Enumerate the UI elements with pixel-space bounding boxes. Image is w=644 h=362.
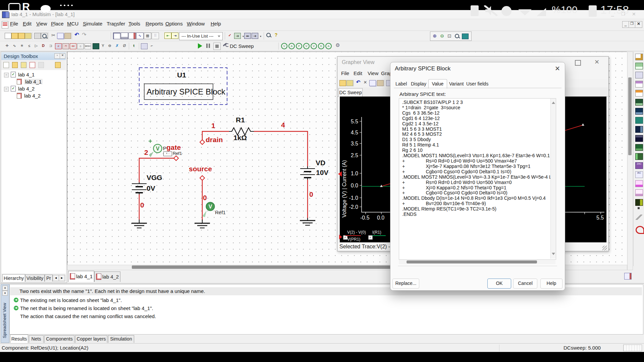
sheet-corner-icon[interactable] [624,273,632,280]
grapher-paste-icon[interactable] [377,80,384,86]
place-indicator-icon[interactable]: 88 [70,43,76,49]
menu-tools[interactable]: Tools [128,21,140,26]
iv-analyzer-icon[interactable] [635,144,643,151]
tabs-scroll-right[interactable]: ► [59,275,65,281]
dt-recent-icon[interactable] [55,62,61,68]
dialog-close[interactable]: ✕ [555,65,560,72]
fullscreen-icon[interactable] [462,34,469,39]
place-rf-icon[interactable]: Y [100,43,106,48]
hierarchy-new-icon[interactable]: ⇥ [171,33,178,39]
sheet-tab-lab42[interactable]: lab 4_2 [94,272,120,282]
menu-transfer[interactable]: Transfer [107,21,125,26]
probe-diff-icon[interactable]: V [303,43,310,49]
overlay-window-icon[interactable] [8,3,20,13]
labview-instrument-icon[interactable] [635,199,643,206]
distortion-analyzer-icon[interactable] [635,153,643,160]
dt-open-icon[interactable] [12,62,18,68]
probe-current-icon[interactable]: A [288,43,295,49]
legend-trace-1[interactable]: V(2) - V(0) [347,230,366,235]
mdi-close[interactable]: ✕ [635,21,642,28]
toggle-spice-netlist-icon[interactable] [128,33,136,39]
place-basic-icon[interactable]: ∿ [11,43,17,48]
open-sample-icon[interactable] [18,33,25,39]
tab-pr[interactable]: Pr [45,275,53,282]
place-ni-icon[interactable]: ✗ [114,43,120,48]
grapher-menu-view[interactable]: View [368,70,378,76]
tree-collapse-icon[interactable]: − [4,73,9,77]
grapher-open-icon[interactable] [339,80,346,86]
net0-source[interactable]: 0 [203,194,207,202]
place-mixed-icon[interactable]: ⊓ [62,43,69,49]
forward-annotate-icon[interactable]: ➔ [252,33,258,39]
place-bus-icon[interactable]: ⌐ [149,43,155,48]
pause-button[interactable] [206,44,208,48]
place-mcu-icon[interactable]: ŧ [131,43,137,48]
probe-current2-icon[interactable]: A [325,43,332,49]
menu-help[interactable]: Help [211,21,221,26]
r1-refdes[interactable]: R1 [236,116,245,124]
cancel-button[interactable]: Cancel [513,279,537,289]
dialog-tab-label[interactable]: Label [395,81,407,86]
menu-window[interactable]: Window [187,21,205,26]
r1-value[interactable]: 1kΩ [233,134,247,142]
mdi-minimize[interactable]: _ [622,21,629,28]
bode-plotter-icon[interactable] [635,99,643,106]
source-label[interactable]: source [189,165,212,173]
textarea-hscroll[interactable] [399,260,555,264]
result-row-3[interactable]: ➜ The net that is being renamed is locat… [10,304,642,312]
find-icon[interactable] [266,32,272,38]
grapher-save-icon[interactable] [346,80,353,86]
pliers-icon[interactable] [636,215,642,220]
current-clamp-icon[interactable] [636,226,644,234]
title-bar[interactable]: lab 4_1 - Multisim - [lab 4_1] _ ❐ ✕ [0,10,644,19]
grapher-close[interactable]: ✕ [594,58,599,66]
place-misc-digital-icon[interactable]: d [55,43,62,49]
menu-simulate[interactable]: Simulate [83,21,102,26]
simulation-profile-label[interactable]: DC Sweep [230,43,254,49]
u1-label[interactable]: Arbitrary SPICE Block [147,87,225,97]
multimeter-icon[interactable] [635,54,643,60]
cut-icon[interactable]: ✂ [50,33,56,38]
place-diode-icon[interactable]: ✳ [19,43,25,48]
grapher-menu-edit[interactable]: Edit [354,70,362,76]
undo-icon[interactable]: ↶ [74,32,80,38]
hierarchy-up-icon[interactable]: ⇤ [164,33,171,39]
redo-icon[interactable]: ↷ [81,32,87,38]
wattmeter-icon[interactable] [635,72,643,78]
grapher-copy-icon[interactable] [369,80,376,86]
oscilloscope-icon[interactable] [635,81,643,87]
window-close[interactable]: ✕ [632,11,636,17]
menu-file[interactable]: File [10,21,18,26]
function-generator-icon[interactable] [635,63,643,69]
transfer-ultiboard-icon[interactable]: ➔ [234,33,241,39]
tree-item-lab41[interactable]: lab 4_1 [18,72,35,77]
word-generator-icon[interactable] [635,117,643,124]
vscroll-down-icon[interactable] [552,253,555,257]
tree-collapse-icon-2[interactable]: − [4,87,9,92]
tree-item-lab41-sheet[interactable]: lab 4_1 [24,79,43,84]
sheet-tab-lab41[interactable]: lab 4_1 [68,271,94,282]
result-row-4[interactable]: The action that caused the net naming co… [10,312,642,320]
paste-icon[interactable] [64,33,71,39]
logic-converter-icon[interactable] [635,126,643,133]
textarea-vscroll[interactable] [550,99,556,259]
dialog-tab-userfields[interactable]: User fields [466,81,488,86]
mdi-restore[interactable]: ❐ [629,21,635,28]
tab-hierarchy[interactable]: Hierarchy [2,274,25,282]
logic-analyzer-icon[interactable] [635,135,643,142]
labview-dropdown-icon[interactable] [638,207,640,209]
grapher-resize-grip[interactable] [602,246,607,250]
menu-edit[interactable]: Edit [23,21,32,26]
dt-save-icon[interactable] [21,62,26,68]
tab-components[interactable]: Components [44,335,74,343]
zoom-out-icon[interactable]: ⊖ [439,33,445,39]
net4-label[interactable]: 4 [281,121,285,129]
menu-mcu[interactable]: MCU [67,21,78,26]
spreadsheet-pin[interactable]: ▾ [2,291,8,296]
net0-vgg[interactable]: 0 [140,201,144,209]
toggle-spreadsheet-icon[interactable] [121,33,128,39]
menu-reports[interactable]: Reports [146,21,163,26]
tabs-scroll-left[interactable]: ◄ [53,275,59,281]
agilent-fgen-icon[interactable] [635,180,643,187]
copy-icon[interactable] [57,33,64,39]
